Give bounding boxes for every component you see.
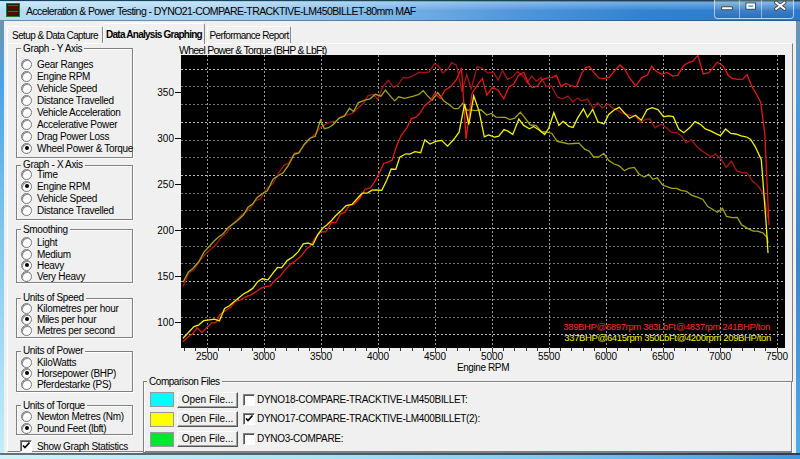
svg-text:337BHP@6415rpm 350LbFt@4200rpm: 337BHP@6415rpm 350LbFt@4200rpm 209BHP/to… bbox=[564, 332, 771, 343]
svg-text:389BHP@6897rpm 383LbFt@4837rpm: 389BHP@6897rpm 383LbFt@4837rpm 241BHP/to… bbox=[563, 321, 770, 332]
